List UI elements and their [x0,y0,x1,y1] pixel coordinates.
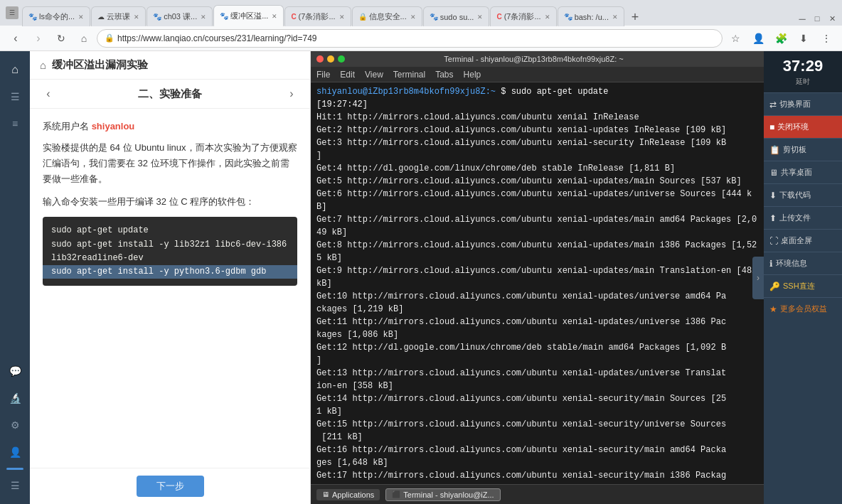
fullscreen-label: 桌面全屏 [781,235,812,246]
expand-panel-btn[interactable]: › [752,257,764,299]
window-min-btn[interactable]: ─ [795,11,809,26]
menu-help[interactable]: Help [464,70,481,80]
tab-5[interactable]: C (7条消影... ✕ [284,6,351,26]
taskbar-terminal[interactable]: ⬛ Terminal - shiyanlou@iZ... [385,488,500,501]
code-block: sudo apt-get update sudo apt-get install… [43,217,297,286]
tab-5-favicon: C [291,13,296,21]
tab-3-close[interactable]: ✕ [201,14,206,21]
close-env-label: 关闭环境 [777,122,809,132]
sidebar-item-toc[interactable]: ≡ [2,111,28,136]
terminal-line-11: Get:10 http://mirrors.cloud.aliyuncs.com… [316,290,758,303]
fullscreen-btn[interactable]: ⛶ 桌面全屏 [764,230,842,252]
tab-7[interactable]: 🐾 sudo su... ✕ [423,6,490,26]
sidebar-toggle-btn[interactable]: ☰ [6,6,18,19]
window-close-btn[interactable]: ✕ [825,11,839,26]
clipboard-btn[interactable]: 📋 剪切板 [764,139,842,161]
env-info-btn[interactable]: ℹ 环境信息 [764,252,842,275]
new-tab-button[interactable]: + [627,9,644,26]
bookmark-btn[interactable]: ☆ [725,28,745,48]
share-desktop-btn[interactable]: 🖥 共享桌面 [764,161,842,184]
sidebar-item-home[interactable]: ⌂ [2,57,28,82]
tab-9[interactable]: 🐾 bash: /u... ✕ [558,6,624,26]
window-max-btn[interactable]: □ [810,11,824,26]
section-nav: ‹ 二、实验准备 › [30,80,310,109]
menu-edit[interactable]: Edit [340,70,355,80]
tab-bar: ☰ 🐾 ls命令的... ✕ ☁ 云班课 ✕ 🐾 ch03 课... ✕ 🐾 缓… [0,0,842,26]
terminal-close-dot[interactable] [316,55,324,63]
terminal-min-dot[interactable] [327,55,334,63]
lock-icon: 🔒 [105,33,114,43]
menu-tabs[interactable]: Tabs [435,70,453,80]
tab-8-close[interactable]: ✕ [545,14,550,21]
tab-2-close[interactable]: ✕ [134,14,139,21]
timer-section: 37:29 延时 [764,51,842,93]
code-line-3: lib32readline6-dev [51,252,289,265]
back-btn[interactable]: ‹ [6,28,26,48]
download-code-btn[interactable]: ⬇ 下载代码 [764,184,842,207]
download-btn[interactable]: ⬇ [794,28,814,48]
tab-2[interactable]: ☁ 云班课 ✕ [91,6,146,26]
reload-btn[interactable]: ↻ [51,28,71,48]
terminal-line-19: Get:14 http://mirrors.cloud.aliyuncs.com… [316,392,758,405]
home-icon[interactable]: ⌂ [40,59,46,71]
terminal-line-20: 1 kB] [316,405,758,418]
upload-file-btn[interactable]: ⬆ 上传文件 [764,207,842,230]
url-text: https://www.lanqiao.cn/courses/231/learn… [117,33,317,43]
terminal-titlebar: Terminal - shiyanlou@iZbp13rb8m4bkofn99x… [311,51,764,67]
tab-1-close[interactable]: ✕ [78,14,84,21]
sidebar-item-chat[interactable]: 💬 [2,358,28,384]
tab-4-label: 缓冲区溢... [230,11,268,21]
terminal-line-3: Get:3 http://mirrors.cloud.aliyuncs.com/… [316,136,758,149]
sidebar-item-user[interactable]: 👤 [2,439,28,465]
home-btn[interactable]: ⌂ [74,28,94,48]
close-env-btn[interactable]: ■ 关闭环境 [764,116,842,139]
terminal-title: Terminal - shiyanlou@iZbp13rb8m4bkofn99x… [444,55,623,63]
menu-terminal[interactable]: Terminal [393,70,425,80]
tab-9-close[interactable]: ✕ [612,14,618,21]
tab-4-active[interactable]: 🐾 缓冲区溢... ✕ [213,5,284,26]
code-line-2: sudo apt-get install -y lib32z1 libc6-de… [51,238,289,252]
tab-7-close[interactable]: ✕ [477,14,483,21]
tab-4-close[interactable]: ✕ [272,13,277,20]
terminal-line-15: Get:12 http://dl.google.com/linux/chrome… [316,341,758,354]
share-desktop-label: 共享桌面 [781,167,812,178]
tab-5-close[interactable]: ✕ [339,14,345,21]
tab-8[interactable]: C (7条消影... ✕ [490,6,556,26]
switch-interface-btn[interactable]: ⇄ 切换界面 [764,93,842,116]
forward-btn[interactable]: › [28,28,48,48]
menu-file[interactable]: File [316,70,330,80]
terminal-output[interactable]: shiyanlou@iZbp13rb8m4bkofn99xju8Z:~ $ su… [311,82,764,484]
menu-view[interactable]: View [365,70,383,80]
fullscreen-icon: ⛶ [769,236,778,246]
taskbar-applications[interactable]: 🖥 Applications [316,489,380,500]
terminal-line-24: ges [1,648 kB] [316,456,758,469]
tab-6-favicon: 🔒 [358,13,367,21]
terminal-line-10: Get:9 http://mirrors.cloud.aliyuncs.com/… [316,264,758,290]
close-env-icon: ■ [769,122,774,132]
download-code-icon: ⬇ [769,191,777,200]
tab-6[interactable]: 🔒 信息安全... ✕ [352,6,422,26]
menu-btn[interactable]: ⋮ [816,28,836,48]
more-benefits-btn[interactable]: ★ 更多会员权益 [764,298,842,320]
sidebar-list-icon[interactable]: ☰ [2,473,28,498]
terminal-max-dot[interactable] [338,55,345,63]
applications-icon: 🖥 [322,490,329,498]
extensions-btn[interactable]: 🧩 [771,28,791,48]
terminal-line-8: Get:7 http://mirrors.cloud.aliyuncs.com/… [316,213,758,239]
sidebar-item-list[interactable]: ☰ [2,84,28,109]
prev-section-btn[interactable]: ‹ [40,85,57,102]
tab-1[interactable]: 🐾 ls命令的... ✕ [22,6,90,26]
sidebar-item-lab[interactable]: 🔬 [2,385,28,411]
tab-1-favicon: 🐾 [28,13,37,21]
ssh-btn[interactable]: 🔑 SSH直连 [764,275,842,298]
user-profile-btn[interactable]: 👤 [748,28,768,48]
address-bar[interactable]: 🔒 https://www.lanqiao.cn/courses/231/lea… [97,29,723,48]
tab-2-label: 云班课 [107,11,130,22]
next-section-btn[interactable]: › [283,85,300,102]
sidebar-item-settings[interactable]: ⚙ [2,412,28,438]
tab-3[interactable]: 🐾 ch03 课... ✕ [146,6,213,26]
tab-6-close[interactable]: ✕ [410,14,416,21]
terminal-line-5: Get:4 http://dl.google.com/linux/chrome/… [316,162,758,175]
clipboard-icon: 📋 [769,145,780,155]
next-step-btn[interactable]: 下一步 [137,476,204,497]
